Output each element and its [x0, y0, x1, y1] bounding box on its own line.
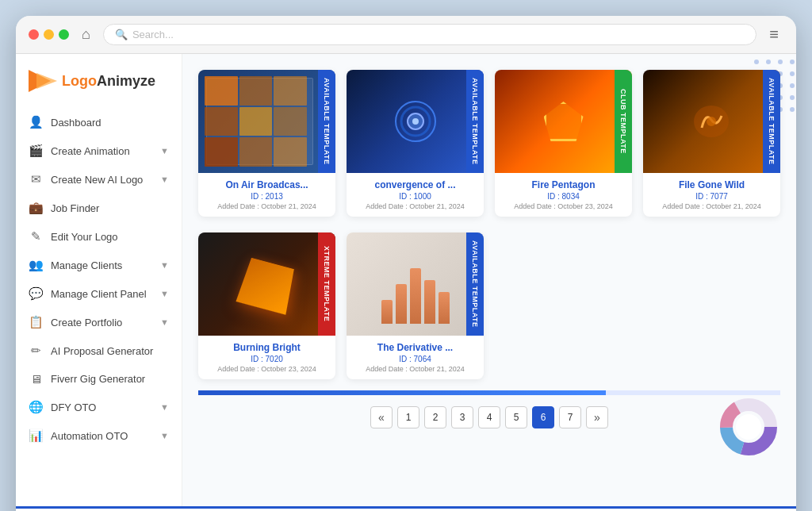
- pagination-bar: « 1 2 3 4 5 6 7 »: [198, 398, 780, 436]
- template-id: ID : 7077: [651, 192, 772, 201]
- template-card-convergence[interactable]: Available Template convergence of ... ID…: [347, 70, 484, 217]
- sidebar-item-fiverr[interactable]: 🖥 Fiverr Gig Generator: [16, 365, 182, 393]
- available-badge: Available Template: [763, 70, 780, 173]
- templates-grid-row1: Available Template On Air Broadcas... ID…: [198, 70, 780, 217]
- chevron-down-icon: ▼: [160, 146, 169, 156]
- page-7-button[interactable]: 7: [559, 406, 581, 428]
- edit-logo-icon: ✎: [29, 229, 43, 244]
- template-id: ID : 8034: [503, 192, 624, 201]
- template-date: Added Date : October 21, 2024: [651, 202, 772, 210]
- empty-cell-2: [643, 232, 780, 379]
- template-title: The Derivative ...: [354, 342, 476, 353]
- file-wild-visual: [690, 100, 733, 144]
- sidebar-item-edit-logo[interactable]: ✎ Edit Your Logo: [16, 222, 182, 251]
- last-page-button[interactable]: »: [586, 406, 608, 428]
- template-id: ID : 7020: [206, 355, 327, 363]
- home-icon[interactable]: ⌂: [77, 25, 95, 44]
- chevron-down-icon: ▼: [160, 260, 169, 270]
- url-text: Search...: [132, 29, 174, 40]
- svg-point-9: [790, 71, 795, 76]
- sidebar-item-label: Fiverr Gig Generator: [51, 373, 145, 385]
- svg-point-32: [736, 414, 761, 440]
- sidebar-item-job-finder[interactable]: 💼 Job Finder: [16, 194, 182, 222]
- sidebar-item-label: AI Proposal Generator: [51, 345, 153, 357]
- create-animation-icon: 🎬: [29, 144, 43, 158]
- sidebar-item-label: Create Portfolio: [51, 317, 122, 328]
- svg-point-3: [766, 60, 771, 64]
- bottom-bar: 🗂 Client Table New Club Templates: [16, 506, 796, 511]
- empty-cell-1: [495, 232, 632, 379]
- template-date: Added Date : October 23, 2024: [206, 365, 327, 373]
- main-content: Available Template On Air Broadcas... ID…: [182, 54, 796, 506]
- svg-point-5: [790, 60, 795, 64]
- xtreme-badge: Xtreme Template: [318, 232, 335, 336]
- template-date: Added Date : October 21, 2024: [354, 365, 476, 373]
- sidebar-item-label: Edit Your Logo: [51, 231, 118, 243]
- template-info: Burning Bright ID : 7020 Added Date : Oc…: [198, 336, 335, 379]
- window-controls: [29, 29, 69, 40]
- chevron-down-icon: ▼: [160, 175, 169, 184]
- menu-icon[interactable]: ≡: [764, 24, 783, 45]
- sidebar-item-label: Job Finder: [51, 202, 99, 214]
- svg-point-21: [790, 107, 795, 112]
- template-info: On Air Broadcas... ID : 2013 Added Date …: [198, 173, 335, 217]
- template-info: File Gone Wild ID : 7077 Added Date : Oc…: [643, 173, 780, 217]
- sidebar-item-portfolio[interactable]: 📋 Create Portfolio ▼: [16, 308, 182, 336]
- first-page-button[interactable]: «: [370, 406, 393, 428]
- template-card-fire-pentagon[interactable]: Club Template Fire Pentagon ID : 8034 Ad…: [495, 70, 632, 217]
- chevron-down-icon: ▼: [160, 431, 169, 440]
- svg-point-17: [790, 95, 795, 100]
- sidebar-item-ai-proposal[interactable]: ✏ AI Proposal Generator: [16, 336, 182, 365]
- template-card-file-gone-wild[interactable]: Available Template File Gone Wild ID : 7…: [643, 70, 780, 217]
- template-card-onair[interactable]: Available Template On Air Broadcas... ID…: [198, 70, 335, 217]
- minimize-button[interactable]: [44, 29, 54, 40]
- sidebar: LogoAnimyze 👤 Dashboard 🎬 Create Animati…: [16, 54, 182, 506]
- svg-point-2: [754, 60, 759, 64]
- sidebar-item-dfy-oto[interactable]: 🌐 DFY OTO ▼: [16, 393, 182, 421]
- available-badge: Available Template: [318, 70, 335, 173]
- template-title: Fire Pentagon: [503, 179, 624, 190]
- template-date: Added Date : October 21, 2024: [354, 202, 476, 210]
- page-6-button[interactable]: 6: [532, 406, 554, 428]
- sidebar-item-client-panel[interactable]: 💬 Manage Client Panel ▼: [16, 279, 182, 308]
- pentagon-shape: [544, 102, 584, 141]
- template-card-burning-bright[interactable]: Xtreme Template Burning Bright ID : 7020…: [198, 232, 335, 379]
- automation-icon: 📊: [29, 428, 43, 443]
- template-title: File Gone Wild: [651, 179, 772, 190]
- sidebar-item-label: Manage Client Panel: [51, 288, 147, 300]
- template-info: The Derivative ... ID : 7064 Added Date …: [347, 336, 484, 379]
- sidebar-item-manage-clients[interactable]: 👥 Manage Clients ▼: [16, 251, 182, 279]
- sidebar-item-label: Dashboard: [51, 117, 102, 129]
- page-3-button[interactable]: 3: [451, 406, 473, 428]
- page-2-button[interactable]: 2: [424, 406, 446, 428]
- maximize-button[interactable]: [59, 29, 69, 40]
- sidebar-item-dashboard[interactable]: 👤 Dashboard: [16, 108, 182, 136]
- browser-toolbar: ⌂ 🔍 Search... ≡: [16, 16, 796, 54]
- svg-point-25: [412, 118, 419, 125]
- fiverr-icon: 🖥: [29, 372, 43, 386]
- sidebar-item-automation-oto[interactable]: 📊 Automation OTO ▼: [16, 421, 182, 450]
- progress-bar-area: [198, 390, 780, 395]
- sidebar-item-create-animation[interactable]: 🎬 Create Animation ▼: [16, 136, 182, 165]
- chevron-down-icon: ▼: [160, 289, 169, 298]
- dashboard-icon: 👤: [29, 115, 43, 129]
- ai-proposal-icon: ✏: [29, 344, 43, 358]
- sidebar-item-create-ai-logo[interactable]: ✉ Create New AI Logo ▼: [16, 165, 182, 194]
- page-4-button[interactable]: 4: [478, 406, 500, 428]
- page-1-button[interactable]: 1: [397, 406, 419, 428]
- template-id: ID : 7064: [354, 355, 476, 363]
- page-5-button[interactable]: 5: [505, 406, 527, 428]
- client-panel-icon: 💬: [29, 286, 43, 301]
- template-card-derivative[interactable]: Available Template The Derivative ... ID…: [347, 232, 484, 379]
- logo-area: LogoAnimyze: [16, 67, 182, 108]
- close-button[interactable]: [29, 29, 39, 40]
- svg-point-13: [790, 83, 795, 88]
- svg-point-4: [778, 60, 783, 64]
- job-finder-icon: 💼: [29, 201, 43, 215]
- template-date: Added Date : October 23, 2024: [503, 202, 624, 210]
- template-date: Added Date : October 21, 2024: [206, 202, 327, 210]
- portfolio-icon: 📋: [29, 315, 43, 329]
- dfy-oto-icon: 🌐: [29, 400, 43, 414]
- svg-point-27: [707, 117, 716, 126]
- address-bar[interactable]: 🔍 Search...: [103, 24, 756, 45]
